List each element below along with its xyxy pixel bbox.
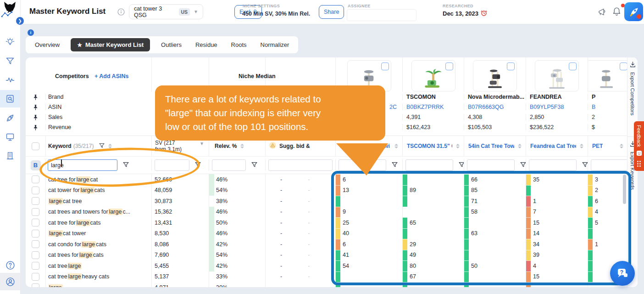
keyword-cell[interactable]: large cat tree	[45, 196, 151, 207]
sidebar-item-activity[interactable]	[0, 72, 20, 88]
competitor-checkbox[interactable]	[569, 62, 577, 70]
keyword-column-header[interactable]: Keyword (35/217)	[45, 136, 151, 156]
keyword-cell[interactable]: large cat tower	[45, 228, 151, 239]
notifications-bell-icon[interactable]	[612, 7, 621, 18]
tabs-info-badge[interactable]: i	[28, 29, 34, 36]
keyword-filter-input[interactable]	[48, 159, 117, 171]
add-asins-button[interactable]: + Add ASINs	[94, 73, 128, 79]
row-checkbox[interactable]	[32, 251, 39, 259]
sidebar-expand-button[interactable]: ❯	[16, 17, 24, 25]
row-checkbox[interactable]	[32, 219, 39, 226]
product-image-card[interactable]	[535, 60, 579, 91]
competitor-column-header[interactable]: PET	[588, 136, 627, 156]
competitor-filter-input[interactable]	[405, 159, 453, 171]
filter-funnel-icon[interactable]	[582, 161, 588, 170]
sidebar-item-launch[interactable]	[0, 110, 20, 126]
row-checkbox[interactable]	[32, 262, 39, 270]
select-all-checkbox[interactable]	[32, 142, 39, 150]
relevance-filter-input[interactable]	[212, 159, 246, 171]
keyword-cell[interactable]: cat tree for large cats	[45, 217, 151, 228]
keyword-cell[interactable]: cat condo for large cats	[45, 239, 151, 250]
feedback-tab[interactable]: Feedback	[634, 121, 644, 171]
pin-icon[interactable]	[26, 104, 45, 110]
competitor-column-header[interactable]: TSCOMON 31.5" Ca	[402, 136, 464, 156]
row-checkbox[interactable]	[32, 197, 39, 205]
competitor-filter-input[interactable]	[591, 159, 627, 171]
sort-icon[interactable]	[240, 144, 244, 148]
row-checkbox[interactable]	[32, 283, 39, 287]
competitor-asin[interactable]: B09YLP5F38	[526, 104, 588, 110]
row-checkbox[interactable]	[32, 187, 39, 194]
bulk-filter-badge[interactable]: B	[31, 160, 41, 170]
row-checkbox[interactable]	[32, 240, 39, 248]
keyword-cell[interactable]: cat tree large	[45, 260, 151, 271]
competitor-checkbox[interactable]	[620, 62, 627, 70]
info-icon[interactable]	[117, 8, 125, 17]
sort-icon[interactable]	[394, 144, 398, 148]
keyword-cell[interactable]: cat tree for large cat	[45, 174, 151, 185]
filter-funnel-icon[interactable]	[195, 161, 201, 170]
row-checkbox[interactable]	[32, 208, 39, 216]
tab-overview[interactable]: Overview	[32, 38, 62, 51]
tab-master-keyword-list[interactable]: ★Master Keyword List	[71, 38, 150, 51]
competitor-column-header[interactable]: Feandrea Cat Tree,	[526, 136, 588, 156]
pin-icon[interactable]	[26, 94, 45, 100]
filter-funnel-icon[interactable]	[99, 143, 105, 150]
sort-icon[interactable]	[456, 144, 460, 148]
tab-outliers[interactable]: Outliers	[158, 38, 184, 51]
account-avatar[interactable]	[624, 2, 643, 21]
tab-normalizer[interactable]: Normalizer	[258, 38, 292, 51]
competitor-asin[interactable]: B07R6663QG	[464, 104, 526, 110]
competitor-filter-input[interactable]	[529, 159, 577, 171]
niche-settings-value[interactable]: 450 Min SV, 30% Min Rel.	[242, 11, 310, 17]
sidebar-item-keyword-research[interactable]	[0, 90, 20, 107]
suggested-bid-filter-input[interactable]	[268, 159, 333, 171]
row-checkbox[interactable]	[32, 175, 39, 183]
filter-funnel-icon[interactable]	[251, 161, 257, 170]
sv-filter-input[interactable]	[155, 159, 189, 171]
tab-residue[interactable]: Residue	[193, 38, 220, 51]
keyword-cell[interactable]: cat trees and towers for large c...	[45, 207, 151, 218]
filter-funnel-icon[interactable]	[459, 161, 464, 170]
drag-handle-icon[interactable]	[637, 161, 641, 167]
row-checkbox[interactable]	[32, 230, 39, 237]
keyword-cell[interactable]: large	[45, 282, 151, 287]
product-image-card[interactable]	[411, 60, 455, 91]
sort-icon[interactable]	[620, 144, 623, 148]
keyword-cell[interactable]: cat tower for large cats	[45, 185, 151, 196]
announcements-icon[interactable]	[597, 7, 607, 18]
competitor-asin[interactable]: B	[588, 104, 627, 110]
sort-icon[interactable]	[580, 144, 583, 148]
product-image-card[interactable]	[588, 60, 627, 91]
sort-icon[interactable]	[518, 144, 522, 148]
filter-funnel-icon[interactable]	[123, 161, 129, 170]
pin-icon[interactable]	[26, 114, 45, 120]
sidebar-item-account[interactable]	[0, 273, 20, 290]
help-chat-button[interactable]: ?	[610, 261, 635, 286]
tab-roots[interactable]: Roots	[228, 38, 250, 51]
niche-select[interactable]: cat tower 3 QSG US ▼	[129, 4, 203, 19]
competitor-checkbox[interactable]	[381, 62, 389, 70]
competitor-column-header[interactable]: 54in Cat Tree Towe	[464, 136, 526, 156]
keyword-cell[interactable]: cat tree large heavy cats	[45, 271, 151, 283]
vertical-scrollbar[interactable]	[623, 175, 626, 204]
sidebar-item-monitor[interactable]	[0, 129, 20, 145]
sidebar-item-insights[interactable]	[0, 34, 20, 50]
sidebar-item-help[interactable]	[0, 257, 20, 273]
competitor-asin[interactable]: B0BKZ7PRRK	[402, 104, 464, 110]
sidebar-item-filters[interactable]	[0, 53, 20, 69]
alarm-clock-icon[interactable]	[481, 10, 487, 17]
filter-funnel-icon[interactable]	[392, 161, 398, 170]
export-competitors-button[interactable]: Export Competitors	[627, 61, 638, 115]
pin-icon[interactable]	[26, 124, 45, 130]
keyword-cell[interactable]: cat trees for large cats	[45, 250, 151, 261]
product-image-card[interactable]	[473, 60, 517, 91]
sidebar-item-company[interactable]	[0, 148, 20, 164]
share-button[interactable]: Share	[319, 5, 344, 19]
competitor-checkbox[interactable]	[445, 62, 453, 70]
row-checkbox[interactable]	[32, 273, 39, 281]
sort-icon[interactable]	[108, 144, 112, 148]
competitor-filter-input[interactable]	[467, 159, 515, 171]
competitor-checkbox[interactable]	[507, 62, 515, 70]
assignee-input[interactable]	[347, 9, 416, 21]
